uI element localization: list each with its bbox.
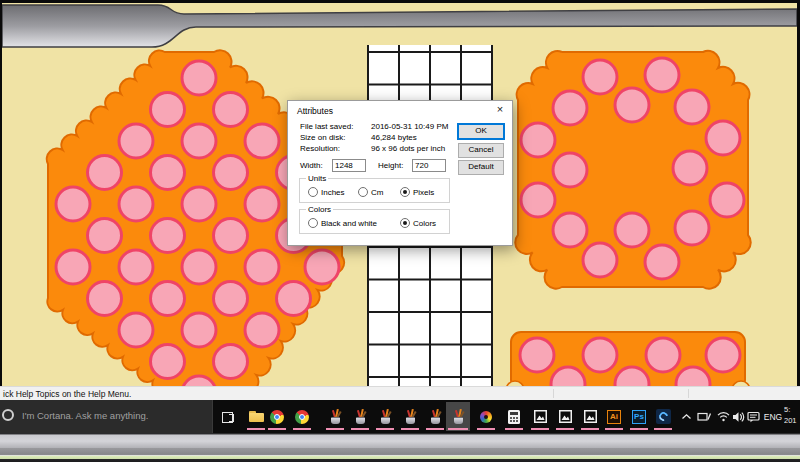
paint-icon (378, 410, 392, 424)
colorful-app-icon (480, 411, 492, 423)
clock-time: 5: (784, 404, 800, 415)
photoshop-icon: Ps (632, 410, 646, 424)
status-divider (553, 389, 554, 398)
tray-expand-button[interactable] (677, 402, 695, 431)
paint-icon (328, 410, 342, 424)
paint-icon (451, 410, 465, 424)
radio-inches[interactable]: Inches (308, 187, 345, 197)
language-label: ENG (764, 412, 782, 422)
radio-bw-label: Black and white (321, 219, 377, 228)
illustrator-button[interactable]: Ai (603, 402, 625, 431)
close-icon[interactable]: × (493, 103, 507, 116)
paint-window-button-active[interactable] (446, 402, 470, 431)
status-text: ick Help Topics on the Help Menu. (3, 389, 131, 399)
wifi-icon (717, 411, 730, 422)
chrome-button-1[interactable] (266, 402, 288, 431)
calculator-icon (508, 410, 520, 424)
ok-button[interactable]: OK (458, 124, 504, 139)
size-on-disk-label: Size on disk: (300, 133, 345, 142)
radio-inches-circle[interactable] (308, 187, 318, 197)
size-on-disk-value: 46,284 bytes (371, 133, 417, 142)
desktop-screen: Attributes × File last saved: 2016-05-31… (0, 0, 800, 462)
photos-button-1[interactable] (529, 402, 551, 431)
windows-taskbar: I'm Cortana. Ask me anything. (0, 400, 800, 433)
width-label: Width: (300, 161, 323, 170)
colors-groupbox: Colors Black and white Colors (299, 209, 450, 234)
file-explorer-button[interactable] (245, 402, 267, 431)
radio-inches-label: Inches (321, 188, 345, 197)
radio-black-and-white[interactable]: Black and white (308, 218, 377, 228)
height-input[interactable] (412, 159, 446, 172)
resolution-value: 96 x 96 dots per inch (371, 144, 445, 153)
photoshop-button[interactable]: Ps (628, 402, 650, 431)
paint-status-bar: ick Help Topics on the Help Menu. (0, 386, 800, 400)
paint-window-button-4[interactable] (399, 402, 421, 431)
colorful-app-button[interactable] (475, 402, 497, 431)
radio-cm[interactable]: Cm (358, 187, 383, 197)
chrome-icon (270, 410, 284, 424)
units-groupbox: Units Inches Cm Pixels (299, 178, 450, 203)
search-placeholder-text: I'm Cortana. Ask me anything. (22, 410, 148, 421)
folder-icon (249, 411, 264, 422)
cortana-search-box[interactable]: I'm Cortana. Ask me anything. (0, 400, 213, 433)
paint-icon (353, 410, 367, 424)
dialog-title[interactable]: Attributes (297, 106, 333, 116)
radio-pixels-circle[interactable] (400, 187, 410, 197)
colors-group-label: Colors (306, 205, 333, 214)
chrome-icon (295, 410, 309, 424)
illustrator-icon: Ai (607, 410, 621, 424)
radio-colors-label: Colors (413, 219, 436, 228)
width-input[interactable] (332, 159, 366, 172)
photos-button-3[interactable] (579, 402, 601, 431)
chrome-button-2[interactable] (291, 402, 313, 431)
radio-colors[interactable]: Colors (400, 218, 436, 228)
default-button[interactable]: Default (458, 160, 504, 175)
paint-window-button-3[interactable] (374, 402, 396, 431)
swirl-app-button[interactable] (652, 402, 674, 431)
tablet-pen-icon (697, 411, 711, 422)
photos-icon (559, 410, 572, 423)
task-view-icon (222, 412, 234, 422)
clock-date: 201 (784, 415, 800, 426)
file-last-saved-value: 2016-05-31 10:49 PM (371, 122, 448, 131)
task-view-button[interactable] (217, 402, 239, 431)
notifications-button[interactable] (744, 402, 762, 431)
taskbar-clock[interactable]: 5: 201 (784, 404, 800, 430)
radio-pixels-label: Pixels (413, 188, 434, 197)
radio-pixels[interactable]: Pixels (400, 187, 434, 197)
gray-bar-shape (2, 5, 797, 47)
photos-icon (584, 410, 597, 423)
calculator-button[interactable] (503, 402, 525, 431)
paint-window-button-2[interactable] (349, 402, 371, 431)
language-button[interactable]: ENG (761, 402, 785, 431)
radio-colors-circle[interactable] (400, 218, 410, 228)
status-divider (688, 389, 689, 398)
radio-cm-label: Cm (371, 188, 383, 197)
paint-window-button-5[interactable] (424, 402, 446, 431)
attributes-dialog: Attributes × File last saved: 2016-05-31… (287, 100, 513, 246)
photos-icon (534, 410, 547, 423)
cortana-icon (2, 409, 14, 421)
cancel-button[interactable]: Cancel (458, 143, 504, 158)
chevron-up-icon (681, 412, 692, 422)
paint-icon (428, 410, 442, 424)
chat-bubble-icon (747, 411, 760, 423)
swirl-app-icon (656, 409, 671, 424)
radio-bw-circle[interactable] (308, 218, 318, 228)
paint-icon (403, 410, 417, 424)
file-last-saved-label: File last saved: (300, 122, 353, 131)
paint-window-button-1[interactable] (324, 402, 346, 431)
bottom-frame-strip (0, 433, 800, 462)
radio-cm-circle[interactable] (358, 187, 368, 197)
units-group-label: Units (306, 174, 328, 183)
height-label: Height: (378, 161, 403, 170)
tablet-mode-button[interactable] (694, 402, 714, 431)
resolution-label: Resolution: (300, 144, 340, 153)
photos-button-2[interactable] (554, 402, 576, 431)
